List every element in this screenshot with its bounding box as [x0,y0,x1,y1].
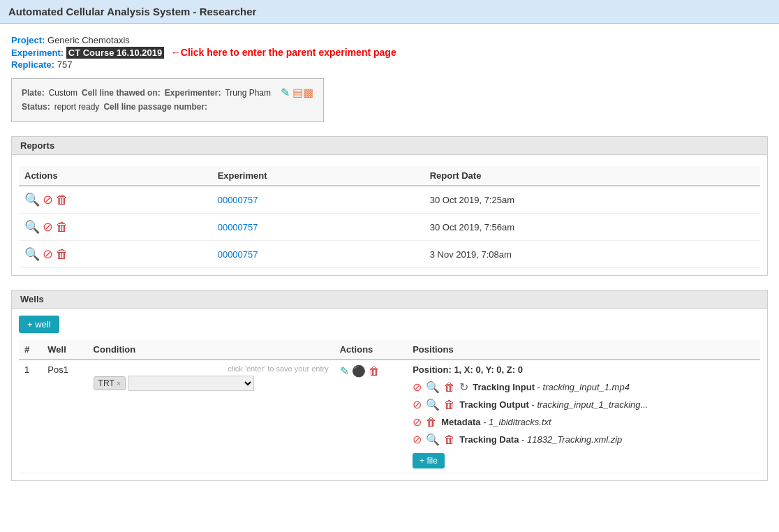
col-condition: Condition [88,340,334,360]
reports-section-content: Actions Experiment Report Date 🔍 ⊘ 🗑 000… [11,155,768,276]
col-well-actions: Actions [334,340,408,360]
row-experiment: 00000757 [212,241,424,268]
position-header: Position: 1, X: 0, Y: 0, Z: 0 [413,364,755,375]
table-row: 🔍 ⊘ 🗑 00000757 30 Oct 2019, 7:56am [19,214,760,241]
position-stop-icon[interactable]: ⊘ [413,415,422,429]
status-label: Status: [22,102,50,112]
trash-icon[interactable]: 🗑 [56,247,68,262]
reports-table: Actions Experiment Report Date 🔍 ⊘ 🗑 000… [19,166,760,268]
action-icons: 🔍 ⊘ 🗑 [24,246,207,262]
project-info: Project: Generic Chemotaxis Experiment: … [11,35,768,70]
reports-section: Reports Actions Experiment Report Date 🔍… [11,136,768,276]
plate-label: Plate: [22,88,45,98]
well-edit-icon[interactable]: ✎ [340,364,349,378]
plate-value: Custom [49,88,77,98]
col-num: # [19,340,42,360]
position-trash-icon[interactable]: 🗑 [426,416,437,429]
trash-icon[interactable]: 🗑 [56,220,68,235]
wells-section-label: Wells [20,294,44,304]
col-report-date: Report Date [424,166,760,186]
col-well: Well [42,340,87,360]
table-row: 1 Pos1 click 'enter' to save your entry … [19,360,760,473]
col-positions: Positions [407,340,760,360]
row-experiment: 00000757 [212,214,424,241]
position-stop-icon[interactable]: ⊘ [413,433,422,446]
condition-hint: click 'enter' to save your entry [94,364,329,373]
reports-table-head: Actions Experiment Report Date [19,166,760,186]
position-filename: tracking_input_1_tracking... [537,399,648,410]
row-actions: 🔍 ⊘ 🗑 [19,214,212,241]
position-search-icon[interactable]: 🔍 [426,398,440,411]
action-icons: 🔍 ⊘ 🗑 [24,219,207,235]
positions-list: ⊘🔍🗑↻ Tracking Input - tracking_input_1.m… [413,380,755,446]
stop-icon[interactable]: ⊘ [43,246,53,262]
add-well-button[interactable]: + well [19,316,59,333]
well-number: 1 [19,360,42,473]
info-row-1: Plate: Custom Cell line thawed on: Exper… [22,86,313,99]
chart-icon[interactable]: ▤▩ [292,86,313,99]
wells-section-content: + well # Well Condition Actions Position… [11,309,768,481]
well-stop-icon[interactable]: ⚫ [352,364,366,378]
experiment-id-link[interactable]: 00000757 [218,195,258,205]
position-label: Tracking Output - tracking_input_1_track… [459,399,648,410]
position-filename: tracking_input_1.mp4 [543,382,630,392]
experimenter-value: Trung Pham [225,88,271,98]
stop-icon[interactable]: ⊘ [43,192,53,207]
row-report-date: 30 Oct 2019, 7:25am [424,186,760,214]
position-search-icon[interactable]: 🔍 [426,380,440,394]
position-row: ⊘🔍🗑 Tracking Output - tracking_input_1_t… [413,398,755,411]
table-row: 🔍 ⊘ 🗑 00000757 30 Oct 2019, 7:25am [19,186,760,214]
search-icon[interactable]: 🔍 [24,192,40,207]
row-report-date: 30 Oct 2019, 7:56am [424,214,760,241]
table-row: 🔍 ⊘ 🗑 00000757 3 Nov 2019, 7:08am [19,241,760,268]
position-trash-icon[interactable]: 🗑 [444,399,455,411]
reports-section-header: Reports [11,136,768,155]
info-box: Plate: Custom Cell line thawed on: Exper… [11,78,324,122]
position-search-icon[interactable]: 🔍 [426,433,440,446]
edit-icon[interactable]: ✎ [281,86,290,99]
experiment-id-link[interactable]: 00000757 [218,222,258,232]
reports-section-label: Reports [20,140,54,151]
trash-icon[interactable]: 🗑 [56,193,68,207]
position-trash-icon[interactable]: 🗑 [444,381,455,394]
passage-label: Cell line passage number: [103,102,207,112]
position-row: ⊘🔍🗑 Tracking Data - 11832_Tracking.xml.z… [413,433,755,446]
position-stop-icon[interactable]: ⊘ [413,398,422,411]
wells-table: # Well Condition Actions Positions 1 Pos… [19,340,760,473]
position-stop-icon[interactable]: ⊘ [413,380,422,394]
well-name: Pos1 [42,360,87,473]
info-icons: ✎ ▤▩ [281,86,313,99]
position-filename: 1_ibiditracks.txt [489,417,551,427]
replicate-row: Replicate: 757 [11,59,768,70]
stop-icon[interactable]: ⊘ [43,219,53,235]
well-trash-icon[interactable]: 🗑 [369,365,380,378]
condition-select[interactable] [128,376,254,391]
condition-tag: TRT × [94,376,126,390]
col-experiment: Experiment [212,166,424,186]
row-actions: 🔍 ⊘ 🗑 [19,186,212,214]
info-row-2: Status: report ready Cell line passage n… [22,102,313,112]
well-action-icons: ✎ ⚫ 🗑 [340,364,402,378]
row-report-date: 3 Nov 2019, 7:08am [424,241,760,268]
experiment-id-link[interactable]: 00000757 [218,249,258,260]
tag-remove-icon[interactable]: × [117,379,121,387]
wells-table-body: 1 Pos1 click 'enter' to save your entry … [19,360,760,473]
position-label: Metadata - 1_ibiditracks.txt [441,417,581,427]
cell-line-label: Cell line thawed on: [82,88,161,98]
row-experiment: 00000757 [212,186,424,214]
add-file-button[interactable]: + file [413,453,445,468]
experiment-label: Experiment: [11,47,64,58]
col-actions: Actions [19,166,212,186]
search-icon[interactable]: 🔍 [24,246,40,262]
wells-table-head: # Well Condition Actions Positions [19,340,760,360]
condition-tags: TRT × [94,376,329,391]
well-positions: Position: 1, X: 0, Y: 0, Z: 0 ⊘🔍🗑↻ Track… [407,360,760,473]
tag-label: TRT [98,378,114,388]
search-icon[interactable]: 🔍 [24,219,40,235]
experimenter-label: Experimenter: [165,88,221,98]
project-value: Generic Chemotaxis [47,35,130,45]
position-refresh-icon[interactable]: ↻ [459,380,468,394]
project-label: Project: [11,35,45,45]
position-trash-icon[interactable]: 🗑 [444,434,455,446]
experiment-link[interactable]: CT Course 16.10.2019 [66,47,164,59]
